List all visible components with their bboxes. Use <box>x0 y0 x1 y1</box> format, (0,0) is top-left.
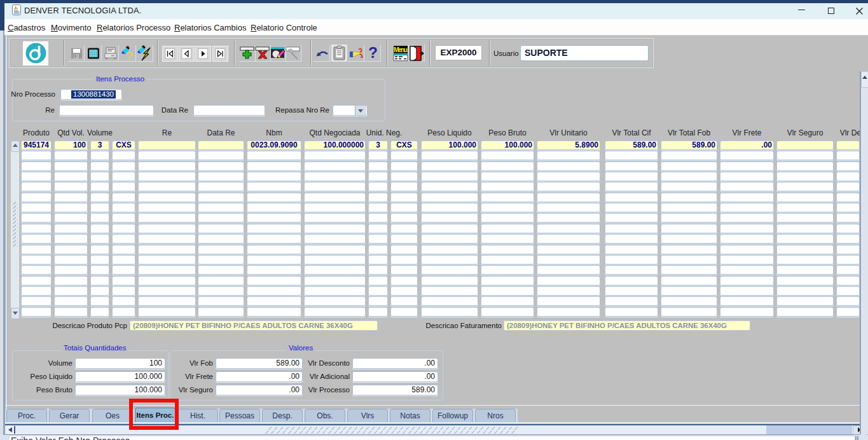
svg-text:Menu: Menu <box>394 46 408 53</box>
